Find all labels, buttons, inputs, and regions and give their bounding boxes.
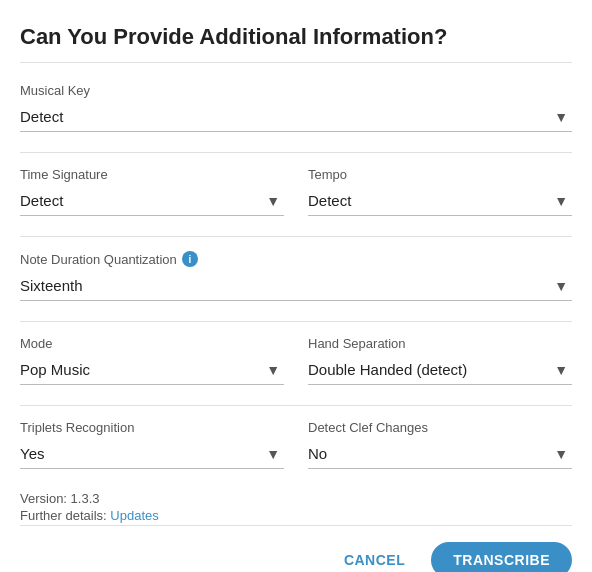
hand-separation-label: Hand Separation	[308, 336, 572, 351]
mode-hand-row: Mode Pop Music Classical Jazz Rock ▼ Han…	[20, 336, 572, 385]
detect-clef-select[interactable]: No Yes	[308, 439, 572, 469]
version-text: Version: 1.3.3	[20, 491, 572, 506]
musical-key-field: Musical Key Detect C Major G Major D Maj…	[20, 83, 572, 132]
mode-field: Mode Pop Music Classical Jazz Rock ▼	[20, 336, 284, 385]
tempo-select[interactable]: Detect 60 BPM 90 BPM 120 BPM 140 BPM	[308, 186, 572, 216]
triplets-select[interactable]: Yes No	[20, 439, 284, 469]
note-duration-select[interactable]: Sixteenth Eighth Quarter Half Whole	[20, 271, 572, 301]
time-tempo-row: Time Signature Detect 4/4 3/4 6/8 2/4 5/…	[20, 167, 572, 216]
time-signature-select-wrapper: Detect 4/4 3/4 6/8 2/4 5/4 ▼	[20, 186, 284, 216]
hand-separation-select[interactable]: Double Handed (detect) Single Hand Left …	[308, 355, 572, 385]
detect-clef-label: Detect Clef Changes	[308, 420, 572, 435]
musical-key-select-wrapper: Detect C Major G Major D Major A Major F…	[20, 102, 572, 132]
time-signature-field: Time Signature Detect 4/4 3/4 6/8 2/4 5/…	[20, 167, 284, 216]
divider-3	[20, 321, 572, 322]
further-details-line: Further details: Updates	[20, 508, 572, 523]
version-section: Version: 1.3.3 Further details: Updates	[20, 491, 572, 525]
divider-1	[20, 152, 572, 153]
note-duration-select-wrapper: Sixteenth Eighth Quarter Half Whole ▼	[20, 271, 572, 301]
dialog-footer: CANCEL TRANSCRIBE	[20, 525, 572, 572]
tempo-field: Tempo Detect 60 BPM 90 BPM 120 BPM 140 B…	[308, 167, 572, 216]
further-details-label: Further details:	[20, 508, 110, 523]
time-signature-select[interactable]: Detect 4/4 3/4 6/8 2/4 5/4	[20, 186, 284, 216]
triplets-label: Triplets Recognition	[20, 420, 284, 435]
mode-select[interactable]: Pop Music Classical Jazz Rock	[20, 355, 284, 385]
cancel-button[interactable]: CANCEL	[334, 544, 415, 572]
transcribe-button[interactable]: TRANSCRIBE	[431, 542, 572, 572]
hand-separation-select-wrapper: Double Handed (detect) Single Hand Left …	[308, 355, 572, 385]
triplets-select-wrapper: Yes No ▼	[20, 439, 284, 469]
tempo-select-wrapper: Detect 60 BPM 90 BPM 120 BPM 140 BPM ▼	[308, 186, 572, 216]
note-duration-field: Note Duration Quantization i Sixteenth E…	[20, 251, 572, 301]
time-signature-label: Time Signature	[20, 167, 284, 182]
divider-4	[20, 405, 572, 406]
mode-select-wrapper: Pop Music Classical Jazz Rock ▼	[20, 355, 284, 385]
dialog-title: Can You Provide Additional Information?	[20, 24, 572, 63]
detect-clef-field: Detect Clef Changes No Yes ▼	[308, 420, 572, 469]
note-duration-label: Note Duration Quantization i	[20, 251, 572, 267]
triplets-field: Triplets Recognition Yes No ▼	[20, 420, 284, 469]
info-icon[interactable]: i	[182, 251, 198, 267]
hand-separation-field: Hand Separation Double Handed (detect) S…	[308, 336, 572, 385]
tempo-label: Tempo	[308, 167, 572, 182]
detect-clef-select-wrapper: No Yes ▼	[308, 439, 572, 469]
updates-link[interactable]: Updates	[110, 508, 158, 523]
additional-info-dialog: Can You Provide Additional Information? …	[0, 0, 592, 572]
musical-key-label: Musical Key	[20, 83, 572, 98]
divider-2	[20, 236, 572, 237]
triplets-clef-row: Triplets Recognition Yes No ▼ Detect Cle…	[20, 420, 572, 469]
musical-key-select[interactable]: Detect C Major G Major D Major A Major F…	[20, 102, 572, 132]
mode-label: Mode	[20, 336, 284, 351]
